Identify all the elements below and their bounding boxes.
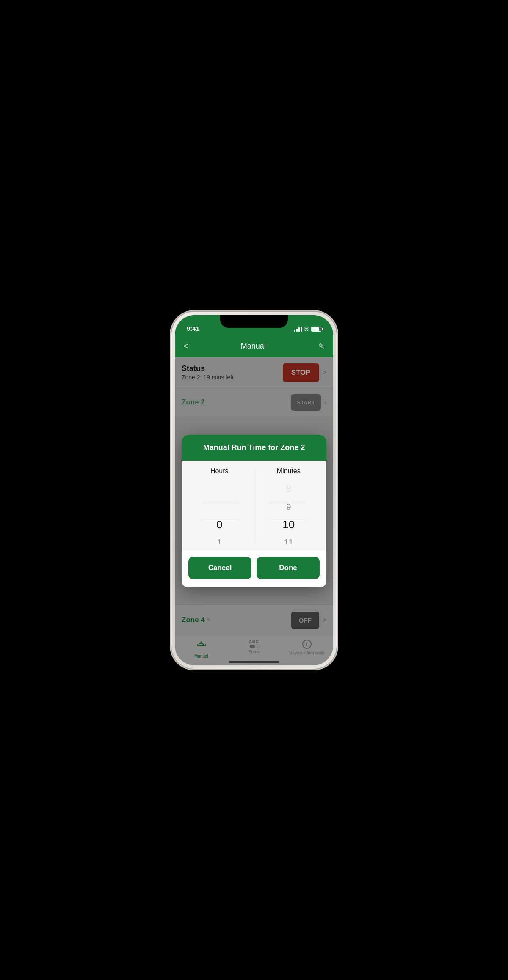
modal-header: Manual Run Time for Zone 2 [182, 435, 326, 461]
hours-picker[interactable]: Hours 0 1 2 [188, 467, 251, 544]
modal-title: Manual Run Time for Zone 2 [188, 443, 320, 452]
modal: Manual Run Time for Zone 2 Hours [182, 435, 326, 587]
cancel-button[interactable]: Cancel [188, 557, 251, 579]
wifi-icon: ⌘ [304, 326, 309, 332]
minutes-item-11[interactable]: 11 [258, 533, 320, 544]
back-button[interactable]: < [183, 341, 188, 351]
hours-items: 0 1 2 [188, 480, 251, 544]
screen: 9:41 ⌘ < Manual ✎ [175, 315, 333, 665]
battery-icon [311, 327, 321, 332]
notch [220, 315, 288, 328]
modal-overlay: Manual Run Time for Zone 2 Hours [175, 357, 333, 665]
main-content: Status Zone 2: 19 mins left STOP > Zone … [175, 357, 333, 665]
phone-frame: 9:41 ⌘ < Manual ✎ [171, 312, 337, 669]
minutes-picker[interactable]: Minutes 8 9 10 11 12 [258, 467, 320, 544]
modal-body: Hours 0 1 2 [182, 461, 326, 550]
nav-bar: < Manual ✎ [175, 335, 333, 357]
minutes-item-8[interactable]: 8 [258, 480, 320, 498]
hours-item-1[interactable]: 1 [188, 533, 251, 544]
hours-label: Hours [188, 467, 251, 475]
nav-title: Manual [241, 342, 266, 351]
hours-item-selected[interactable]: 0 [188, 516, 251, 533]
minutes-scroll[interactable]: 8 9 10 11 12 [258, 480, 320, 544]
signal-icon [294, 327, 302, 332]
picker-area: Hours 0 1 2 [182, 467, 326, 544]
minutes-item-9[interactable]: 9 [258, 498, 320, 516]
done-button[interactable]: Done [257, 557, 320, 579]
status-icons: ⌘ [294, 326, 321, 333]
picker-divider [254, 467, 254, 544]
minutes-items: 8 9 10 11 12 [258, 480, 320, 544]
minutes-item-selected[interactable]: 10 [258, 516, 320, 533]
status-time: 9:41 [187, 325, 199, 333]
hours-scroll[interactable]: 0 1 2 [188, 480, 251, 544]
minutes-label: Minutes [258, 467, 320, 475]
modal-buttons: Cancel Done [182, 550, 326, 587]
edit-button[interactable]: ✎ [318, 342, 325, 351]
